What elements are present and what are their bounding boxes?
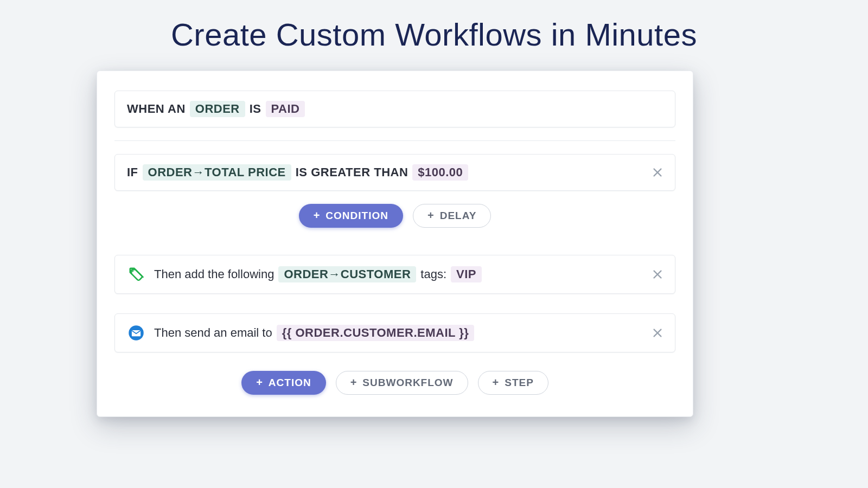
tag-icon (127, 265, 145, 284)
trigger-mid: IS (250, 102, 261, 116)
remove-action-button[interactable] (648, 265, 667, 284)
action-text: Then add the following (154, 267, 274, 281)
add-action-label: ACTION (269, 377, 311, 389)
action-expr-chip[interactable]: {{ ORDER.CUSTOMER.EMAIL }} (277, 325, 475, 341)
add-delay-label: DELAY (440, 210, 477, 222)
workflow-panel: WHEN AN ORDER IS PAID IF ORDER→TOTAL PRI… (97, 70, 693, 417)
action-path-chip[interactable]: ORDER→CUSTOMER (278, 266, 416, 282)
add-step-label: STEP (505, 377, 534, 389)
condition-value-chip[interactable]: $100.00 (412, 164, 468, 181)
close-icon (652, 327, 663, 339)
add-subworkflow-button[interactable]: + SUBWORKFLOW (336, 371, 468, 395)
action-buttons-row: + ACTION + SUBWORKFLOW + STEP (114, 371, 675, 395)
remove-action-button[interactable] (648, 323, 667, 343)
action-text: Then send an email to (154, 326, 272, 340)
action-card-tag[interactable]: Then add the following ORDER→CUSTOMER ta… (114, 255, 675, 294)
plus-icon: + (493, 377, 500, 388)
add-condition-button[interactable]: + CONDITION (299, 204, 403, 228)
condition-prefix: IF (127, 165, 138, 179)
trigger-entity-chip[interactable]: ORDER (190, 101, 245, 117)
action-tag-chip[interactable]: VIP (451, 266, 482, 282)
divider (114, 140, 675, 141)
svg-point-2 (132, 270, 133, 272)
add-step-button[interactable]: + STEP (478, 371, 548, 395)
page-title: Create Custom Workflows in Minutes (0, 0, 868, 53)
action-card-email[interactable]: Then send an email to {{ ORDER.CUSTOMER.… (114, 313, 675, 352)
remove-condition-button[interactable] (648, 163, 667, 182)
add-condition-label: CONDITION (326, 210, 388, 222)
trigger-prefix: WHEN AN (127, 102, 186, 116)
add-delay-button[interactable]: + DELAY (413, 204, 491, 228)
add-action-button[interactable]: + ACTION (241, 371, 326, 395)
trigger-state-chip[interactable]: PAID (266, 101, 305, 117)
plus-icon: + (314, 210, 321, 221)
condition-buttons-row: + CONDITION + DELAY (114, 204, 675, 228)
close-icon (652, 268, 663, 280)
condition-path-chip[interactable]: ORDER→TOTAL PRICE (143, 164, 291, 181)
close-icon (652, 166, 663, 178)
add-subworkflow-label: SUBWORKFLOW (362, 377, 453, 389)
actions-stack: Then add the following ORDER→CUSTOMER ta… (114, 255, 675, 352)
plus-icon: + (350, 377, 358, 388)
mail-icon (127, 324, 145, 342)
trigger-card[interactable]: WHEN AN ORDER IS PAID (114, 91, 675, 127)
plus-icon: + (256, 377, 263, 388)
action-after: tags: (420, 267, 446, 281)
condition-op: IS GREATER THAN (296, 165, 409, 179)
condition-card[interactable]: IF ORDER→TOTAL PRICE IS GREATER THAN $10… (114, 154, 675, 191)
plus-icon: + (427, 210, 435, 221)
